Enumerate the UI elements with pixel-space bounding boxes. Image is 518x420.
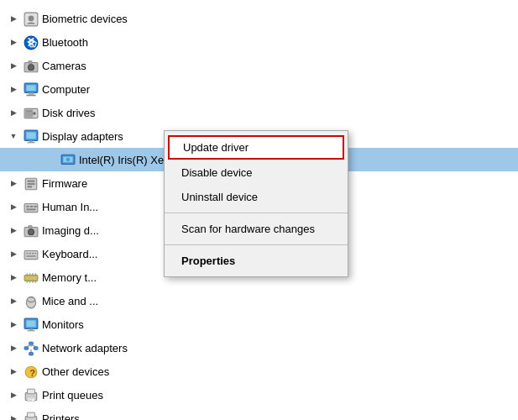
icon-firmware xyxy=(24,176,39,190)
icon-keyboard xyxy=(24,247,39,260)
icon-biometric xyxy=(24,12,39,25)
svg-rect-48 xyxy=(35,280,37,282)
tree-item-monitors[interactable]: Monitors xyxy=(0,312,518,336)
expand-arrow-printers[interactable] xyxy=(7,412,20,420)
svg-point-13 xyxy=(33,112,35,114)
svg-rect-8 xyxy=(26,85,35,91)
icon-human xyxy=(24,200,39,213)
expand-arrow-print[interactable] xyxy=(7,388,20,402)
icon-printers xyxy=(24,412,39,420)
expand-arrow-bluetooth[interactable] xyxy=(7,35,20,49)
svg-rect-58 xyxy=(34,347,38,349)
tree-item-network[interactable]: Network adapters xyxy=(0,336,518,360)
tree-item-disk[interactable]: Disk drives xyxy=(0,101,518,124)
svg-rect-28 xyxy=(30,206,33,207)
expand-arrow-monitors[interactable] xyxy=(7,318,20,331)
label-network: Network adapters xyxy=(42,342,128,354)
tree-item-mice[interactable]: Mice and ... xyxy=(0,289,518,312)
svg-rect-6 xyxy=(29,60,33,63)
expand-arrow-firmware[interactable] xyxy=(7,176,20,190)
tree-item-other[interactable]: ? Other devices xyxy=(0,360,518,383)
expand-arrow-imaging[interactable] xyxy=(7,223,20,237)
icon-memory xyxy=(24,270,39,284)
svg-rect-56 xyxy=(29,342,34,344)
svg-line-62 xyxy=(31,345,36,347)
svg-rect-34 xyxy=(24,251,38,260)
label-display: Display adapters xyxy=(42,130,123,143)
svg-rect-57 xyxy=(24,347,29,349)
svg-point-32 xyxy=(29,229,34,235)
menu-item-update[interactable]: Update driver xyxy=(168,135,344,160)
icon-imaging xyxy=(24,223,39,237)
svg-rect-14 xyxy=(26,111,33,112)
tree-item-print[interactable]: Print queues xyxy=(0,383,518,407)
icon-mice xyxy=(24,294,39,307)
expand-arrow-keyboard[interactable] xyxy=(7,247,20,260)
expand-arrow-display[interactable] xyxy=(7,129,20,143)
svg-rect-54 xyxy=(29,329,34,331)
svg-rect-44 xyxy=(35,273,37,276)
tree-item-computer[interactable]: Computer xyxy=(0,77,518,101)
svg-rect-39 xyxy=(26,255,35,257)
svg-rect-55 xyxy=(28,330,35,331)
expand-arrow-other[interactable] xyxy=(7,365,20,378)
expand-arrow-human[interactable] xyxy=(7,200,20,213)
svg-point-5 xyxy=(29,65,34,71)
svg-rect-46 xyxy=(29,280,31,282)
svg-rect-24 xyxy=(28,183,35,185)
icon-network xyxy=(24,341,39,354)
expand-arrow-disk[interactable] xyxy=(7,106,20,119)
label-cameras: Cameras xyxy=(42,60,86,72)
svg-rect-42 xyxy=(29,273,31,276)
svg-rect-9 xyxy=(29,92,34,94)
svg-rect-43 xyxy=(32,273,34,276)
tree-item-biometric[interactable]: Biometric devices xyxy=(0,7,518,30)
label-human: Human In... xyxy=(42,201,98,213)
expand-arrow-computer[interactable] xyxy=(7,82,20,96)
menu-item-uninstall[interactable]: Uninstall device xyxy=(165,185,348,209)
label-imaging: Imaging d... xyxy=(42,224,99,237)
svg-point-51 xyxy=(28,297,35,302)
svg-rect-69 xyxy=(29,398,34,399)
icon-monitors xyxy=(24,318,39,331)
label-bluetooth: Bluetooth xyxy=(42,36,88,49)
svg-rect-35 xyxy=(26,253,28,255)
svg-rect-25 xyxy=(28,186,33,187)
expand-arrow-mice[interactable] xyxy=(7,294,20,307)
svg-text:?: ? xyxy=(29,368,35,378)
menu-item-scan[interactable]: Scan for hardware changes xyxy=(165,217,348,241)
svg-rect-37 xyxy=(32,253,34,255)
expand-arrow-network[interactable] xyxy=(7,341,20,354)
expand-arrow-cameras[interactable] xyxy=(7,59,20,72)
svg-rect-33 xyxy=(29,225,33,228)
icon-disk xyxy=(24,106,39,119)
svg-rect-59 xyxy=(29,353,34,355)
svg-point-1 xyxy=(29,16,34,22)
label-print: Print queues xyxy=(42,389,103,402)
expand-arrow-biometric[interactable] xyxy=(7,12,20,25)
svg-rect-72 xyxy=(28,412,35,417)
menu-item-disable[interactable]: Disable device xyxy=(165,160,348,185)
icon-computer xyxy=(24,82,39,96)
svg-rect-67 xyxy=(28,389,35,394)
icon-display xyxy=(24,129,39,143)
icon-cameras xyxy=(24,59,39,72)
svg-rect-47 xyxy=(32,280,34,282)
svg-line-61 xyxy=(26,345,31,347)
tree-item-cameras[interactable]: Cameras xyxy=(0,54,518,77)
context-menu: Update driver Disable device Uninstall d… xyxy=(164,130,348,277)
label-memory: Memory t... xyxy=(42,271,97,284)
icon-graphics xyxy=(60,153,76,166)
tree-item-printers[interactable]: Printers xyxy=(0,407,518,420)
icon-bluetooth: ⬠ xyxy=(24,35,39,49)
label-other: Other devices xyxy=(42,365,109,378)
menu-item-properties[interactable]: Properties xyxy=(165,249,348,273)
label-firmware: Firmware xyxy=(42,177,87,190)
label-biometric: Biometric devices xyxy=(42,13,128,25)
expand-arrow-memory[interactable] xyxy=(7,270,20,284)
tree-item-bluetooth[interactable]: ⬠ Bluetooth xyxy=(0,30,518,54)
svg-rect-30 xyxy=(26,208,35,210)
icon-print xyxy=(24,388,39,402)
svg-rect-70 xyxy=(29,400,33,401)
label-monitors: Monitors xyxy=(42,318,84,331)
